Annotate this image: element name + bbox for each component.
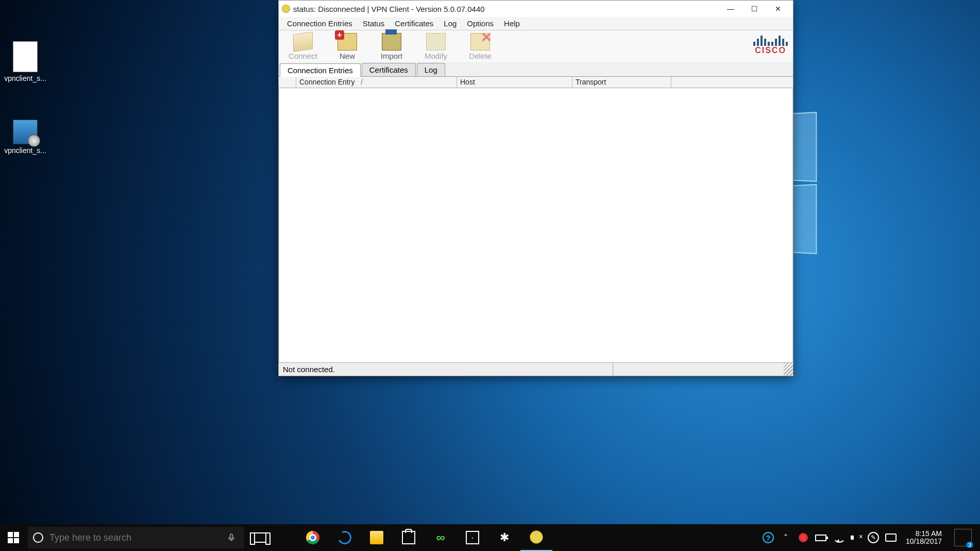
menu-connection-entries[interactable]: Connection Entries (282, 18, 358, 29)
search-input[interactable] (49, 532, 224, 543)
tray-security[interactable] (798, 532, 809, 543)
sort-indicator-icon: / (361, 78, 363, 86)
window-title: status: Disconnected | VPN Client - Vers… (293, 5, 719, 13)
column-connection-entry-label: Connection Entry (299, 78, 354, 86)
desktop-icon-label: vpnclient_s... (2, 74, 48, 82)
column-transport[interactable]: Transport (572, 77, 671, 88)
column-icon[interactable] (279, 77, 296, 88)
vpn-app-icon (530, 530, 543, 544)
taskbar-slack[interactable]: ✱ (488, 524, 520, 551)
menu-log[interactable]: Log (438, 18, 462, 29)
desktop-icon-vpnclient-setup[interactable]: vpnclient_s... (2, 120, 48, 155)
tab-certificates[interactable]: Certificates (362, 63, 416, 76)
wifi-icon (833, 532, 843, 543)
task-view-button[interactable] (244, 524, 276, 551)
notification-badge: 3 (966, 542, 973, 548)
menu-options[interactable]: Options (462, 18, 499, 29)
folder-icon (370, 531, 383, 544)
clock-time: 8:15 AM (906, 530, 942, 538)
file-icon (13, 41, 38, 72)
tray-show-hidden[interactable]: ˄ (780, 532, 791, 543)
column-host[interactable]: Host (457, 77, 572, 88)
desktop-icon-vpnclient-file[interactable]: vpnclient_s... (2, 41, 48, 82)
taskbar-app-infinity[interactable]: ∞ (425, 524, 457, 551)
delete-icon (470, 33, 490, 51)
modify-icon (426, 33, 446, 51)
delete-button[interactable]: Delete (458, 33, 502, 60)
connection-list[interactable] (279, 88, 793, 362)
import-icon (382, 33, 401, 51)
modify-label: Modify (414, 52, 458, 60)
status-text: Not connected. (279, 363, 613, 376)
menubar: Connection Entries Status Certificates L… (279, 17, 793, 30)
vpn-client-window: status: Disconnected | VPN Client - Vers… (278, 0, 793, 376)
tab-connection-entries[interactable]: Connection Entries (280, 63, 361, 77)
cortana-icon (33, 532, 43, 543)
tabs: Connection Entries Certificates Log (279, 62, 793, 77)
connect-icon (293, 31, 313, 52)
chrome-icon (306, 531, 319, 544)
clock[interactable]: 8:15 AM 10/18/2017 (903, 530, 945, 546)
maximize-button[interactable]: ☐ (742, 1, 766, 16)
app-icon (282, 5, 290, 13)
battery-icon (815, 535, 826, 541)
modify-button[interactable]: Modify (414, 33, 458, 60)
connect-label: Connect (281, 52, 325, 60)
titlebar[interactable]: status: Disconnected | VPN Client - Vers… (279, 1, 793, 17)
menu-help[interactable]: Help (499, 18, 525, 29)
tray-pen[interactable]: ✎ (868, 532, 879, 543)
import-label: Import (369, 52, 414, 60)
tray-help[interactable]: ? (763, 532, 774, 543)
import-button[interactable]: Import (369, 33, 414, 60)
menu-status[interactable]: Status (358, 18, 390, 29)
svg-rect-0 (230, 534, 233, 539)
task-view-icon (254, 532, 266, 543)
installer-icon (13, 120, 38, 144)
close-button[interactable]: ✕ (766, 1, 790, 16)
taskbar-edge[interactable] (329, 524, 361, 551)
pen-icon: ✎ (868, 532, 879, 543)
mail-icon (466, 531, 479, 544)
menu-certificates[interactable]: Certificates (390, 18, 438, 29)
taskbar-mail[interactable] (457, 524, 488, 551)
action-center-button[interactable]: 3 (954, 529, 972, 546)
tray-network[interactable] (833, 532, 844, 543)
connect-button[interactable]: Connect (281, 33, 325, 60)
cisco-wordmark: CISCO (753, 46, 788, 55)
slack-icon: ✱ (500, 531, 509, 544)
tray-battery[interactable] (815, 532, 826, 543)
chevron-up-icon: ˄ (784, 533, 788, 543)
security-alert-icon (799, 533, 808, 542)
tray-volume[interactable] (850, 532, 861, 543)
clock-date: 10/18/2017 (906, 538, 942, 545)
taskbar: ∞ ✱ ? ˄ ✎ 8:15 AM 10/18/2017 3 (0, 524, 980, 551)
start-button[interactable] (0, 524, 27, 551)
help-icon: ? (763, 532, 774, 543)
taskbar-file-explorer[interactable] (361, 524, 393, 551)
new-button[interactable]: New (325, 33, 369, 60)
column-spacer (671, 77, 793, 88)
status-cell-2 (613, 363, 784, 376)
delete-label: Delete (458, 52, 502, 60)
resize-grip-icon[interactable] (784, 363, 793, 376)
system-tray: ? ˄ ✎ 8:15 AM 10/18/2017 3 (757, 529, 980, 546)
taskbar-store[interactable] (393, 524, 425, 551)
taskbar-vpn-client[interactable] (520, 524, 552, 551)
keyboard-icon (885, 533, 897, 542)
search-box[interactable] (28, 527, 244, 548)
desktop-icon-label: vpnclient_s... (2, 146, 48, 155)
column-connection-entry[interactable]: Connection Entry / (296, 77, 457, 88)
toolbar: Connect New Import Modify Delete CISCO (279, 30, 793, 62)
new-icon (337, 33, 357, 51)
volume-muted-icon (851, 533, 861, 542)
store-icon (402, 531, 415, 544)
statusbar: Not connected. (279, 362, 793, 376)
edge-icon (336, 529, 353, 546)
windows-icon (8, 532, 19, 543)
microphone-icon[interactable] (224, 533, 239, 542)
taskbar-chrome[interactable] (297, 524, 329, 551)
tab-log[interactable]: Log (417, 63, 445, 76)
tray-keyboard[interactable] (885, 532, 897, 543)
minimize-button[interactable]: — (719, 1, 742, 16)
infinity-icon: ∞ (436, 530, 445, 545)
